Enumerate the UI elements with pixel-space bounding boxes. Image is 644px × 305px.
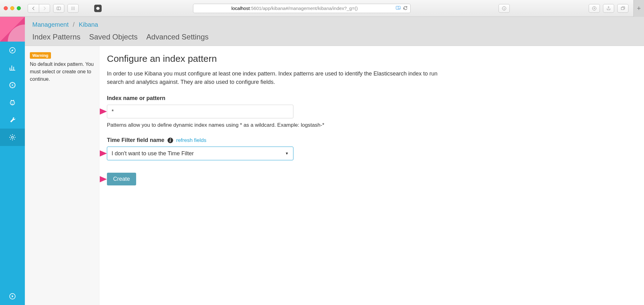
- annotation-arrow-icon: [83, 175, 108, 184]
- index-name-label: Index name or pattern: [107, 95, 616, 102]
- create-button[interactable]: Create: [107, 173, 136, 185]
- kibana-side-nav: [0, 17, 25, 305]
- svg-rect-16: [621, 7, 624, 9]
- page-description: In order to use Kibana you must configur…: [107, 70, 443, 86]
- address-bar[interactable]: localhost:5601/app/kibana#/management/ki…: [193, 4, 411, 13]
- index-hint: Patterns allow you to define dynamic ind…: [107, 122, 616, 128]
- nav-back-forward: [28, 4, 50, 13]
- browser-back-button[interactable]: [28, 4, 39, 13]
- breadcrumb-management[interactable]: Management: [32, 21, 69, 28]
- nav-discover[interactable]: [0, 42, 25, 59]
- management-subtabs: Index Patterns Saved Objects Advanced Se…: [32, 33, 637, 46]
- annotation-arrow-icon: [83, 107, 108, 116]
- svg-point-6: [73, 8, 73, 9]
- new-tab-button[interactable]: +: [633, 0, 644, 17]
- svg-point-23: [13, 102, 14, 103]
- nav-dashboard[interactable]: [0, 76, 25, 94]
- close-window-icon[interactable]: [4, 6, 8, 10]
- svg-point-22: [12, 102, 12, 103]
- svg-point-10: [74, 9, 75, 10]
- warning-badge: Warning: [30, 52, 51, 59]
- browser-forward-button[interactable]: [39, 4, 50, 13]
- nav-management[interactable]: [0, 129, 25, 146]
- breadcrumb-sep: /: [73, 21, 75, 28]
- nav-devtools[interactable]: [0, 111, 25, 129]
- svg-point-13: [504, 7, 504, 7]
- nav-collapse[interactable]: [0, 288, 25, 305]
- svg-point-2: [71, 7, 72, 7]
- minimize-window-icon[interactable]: [10, 6, 14, 10]
- tab-advanced-settings[interactable]: Advanced Settings: [146, 33, 209, 46]
- annotation-arrow-icon: [83, 149, 108, 158]
- breadcrumb-kibana[interactable]: Kibana: [79, 21, 98, 28]
- browser-chrome: localhost:5601/app/kibana#/management/ki…: [0, 0, 644, 17]
- chevron-down-icon: ▼: [285, 151, 289, 156]
- sidebar-toggle-button[interactable]: [53, 4, 64, 13]
- window-controls: [4, 6, 21, 10]
- browser-right-buttons: +: [589, 4, 640, 13]
- breadcrumb: Management / Kibana: [32, 21, 637, 28]
- maximize-window-icon[interactable]: [17, 6, 21, 10]
- index-name-input[interactable]: [107, 105, 293, 118]
- tabs-button[interactable]: [617, 4, 628, 13]
- top-sites-button[interactable]: [67, 4, 79, 13]
- refresh-fields-link[interactable]: refresh fields: [176, 137, 206, 143]
- page-title: Configure an index pattern: [107, 53, 616, 64]
- time-filter-value: I don't want to use the Time Filter: [112, 150, 194, 157]
- svg-point-4: [74, 7, 75, 7]
- svg-rect-0: [57, 7, 61, 10]
- share-button[interactable]: [603, 4, 614, 13]
- address-text: localhost:5601/app/kibana#/management/ki…: [196, 6, 393, 11]
- time-filter-select[interactable]: I don't want to use the Time Filter ▼: [107, 147, 293, 160]
- time-filter-label-row: Time Filter field name i refresh fields: [107, 137, 616, 143]
- info-icon[interactable]: i: [168, 138, 173, 143]
- extension-badge[interactable]: [94, 5, 102, 12]
- kibana-logo[interactable]: [0, 17, 25, 42]
- svg-point-5: [71, 8, 72, 9]
- page-header: Management / Kibana Index Patterns Saved…: [25, 17, 644, 46]
- tab-index-patterns[interactable]: Index Patterns: [32, 33, 80, 46]
- warning-text: No default index pattern. You must selec…: [30, 61, 94, 83]
- nav-timelion[interactable]: [0, 94, 25, 111]
- downloads-button[interactable]: [589, 4, 600, 13]
- svg-point-3: [73, 7, 73, 7]
- svg-point-9: [73, 9, 73, 10]
- svg-point-21: [10, 101, 15, 105]
- svg-point-7: [74, 8, 75, 9]
- svg-marker-11: [96, 7, 100, 10]
- svg-point-20: [12, 84, 13, 86]
- info-button[interactable]: [499, 4, 510, 13]
- time-filter-label: Time Filter field name: [107, 137, 164, 143]
- reload-icon[interactable]: [403, 5, 408, 11]
- svg-point-24: [12, 136, 13, 138]
- svg-point-8: [71, 9, 72, 10]
- nav-visualize[interactable]: [0, 59, 25, 76]
- reader-icon[interactable]: [395, 5, 401, 11]
- tab-saved-objects[interactable]: Saved Objects: [89, 33, 138, 46]
- main-content: Configure an index pattern In order to u…: [99, 46, 644, 305]
